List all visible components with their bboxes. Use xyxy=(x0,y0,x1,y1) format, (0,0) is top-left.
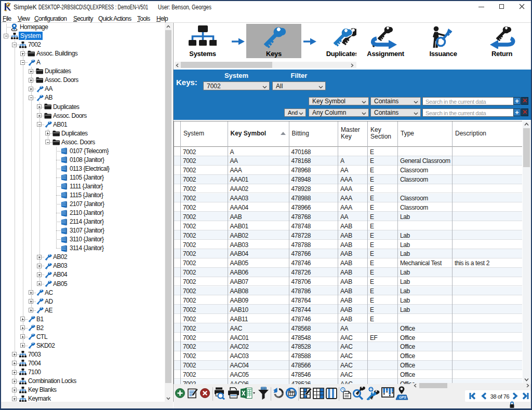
svg-text:GPS: GPS xyxy=(399,395,406,399)
